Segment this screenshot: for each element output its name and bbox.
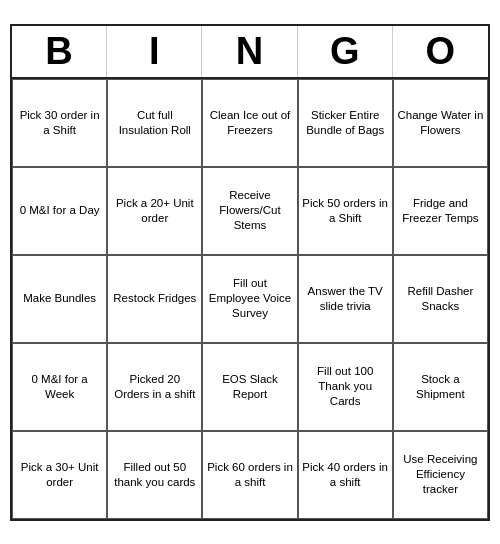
bingo-cell-14: Answer the TV slide trivia [298, 255, 393, 343]
bingo-cell-text-23: Pick 60 orders in a shift [206, 460, 293, 490]
bingo-cell-10: Fridge and Freezer Temps [393, 167, 488, 255]
bingo-cell-text-6: 0 M&I for a Day [20, 203, 100, 218]
bingo-cell-1: Pick 30 order in a Shift [12, 79, 107, 167]
bingo-cell-text-4: Sticker Entire Bundle of Bags [302, 108, 389, 138]
bingo-cell-22: Filled out 50 thank you cards [107, 431, 202, 519]
bingo-cell-4: Sticker Entire Bundle of Bags [298, 79, 393, 167]
bingo-cell-text-9: Pick 50 orders in a Shift [302, 196, 389, 226]
bingo-cell-6: 0 M&I for a Day [12, 167, 107, 255]
bingo-cell-7: Pick a 20+ Unit order [107, 167, 202, 255]
bingo-letter-i: I [107, 26, 202, 77]
bingo-cell-17: Picked 20 Orders in a shift [107, 343, 202, 431]
bingo-cell-text-2: Cut full Insulation Roll [111, 108, 198, 138]
bingo-letter-o: O [393, 26, 488, 77]
bingo-cell-text-1: Pick 30 order in a Shift [16, 108, 103, 138]
bingo-cell-13: Fill out Employee Voice Survey [202, 255, 297, 343]
bingo-cell-3: Clean Ice out of Freezers [202, 79, 297, 167]
bingo-cell-16: 0 M&I for a Week [12, 343, 107, 431]
bingo-cell-text-15: Refill Dasher Snacks [397, 284, 484, 314]
bingo-cell-12: Restock Fridges [107, 255, 202, 343]
bingo-cell-23: Pick 60 orders in a shift [202, 431, 297, 519]
bingo-grid: Pick 30 order in a ShiftCut full Insulat… [12, 79, 488, 519]
bingo-cell-20: Stock a Shipment [393, 343, 488, 431]
bingo-cell-text-14: Answer the TV slide trivia [302, 284, 389, 314]
bingo-cell-text-3: Clean Ice out of Freezers [206, 108, 293, 138]
bingo-letter-n: N [202, 26, 297, 77]
bingo-cell-text-12: Restock Fridges [113, 291, 196, 306]
bingo-cell-21: Pick a 30+ Unit order [12, 431, 107, 519]
bingo-cell-text-7: Pick a 20+ Unit order [111, 196, 198, 226]
bingo-cell-text-20: Stock a Shipment [397, 372, 484, 402]
bingo-cell-text-17: Picked 20 Orders in a shift [111, 372, 198, 402]
bingo-cell-15: Refill Dasher Snacks [393, 255, 488, 343]
bingo-cell-text-25: Use Receiving Efficiency tracker [397, 452, 484, 497]
bingo-cell-text-11: Make Bundles [23, 291, 96, 306]
bingo-letter-g: G [298, 26, 393, 77]
bingo-header: BINGO [12, 26, 488, 79]
bingo-cell-11: Make Bundles [12, 255, 107, 343]
bingo-cell-2: Cut full Insulation Roll [107, 79, 202, 167]
bingo-cell-text-19: Fill out 100 Thank you Cards [302, 364, 389, 409]
bingo-cell-9: Pick 50 orders in a Shift [298, 167, 393, 255]
bingo-cell-8: Receive Flowers/Cut Stems [202, 167, 297, 255]
bingo-cell-24: Pick 40 orders in a shift [298, 431, 393, 519]
bingo-cell-text-5: Change Water in Flowers [397, 108, 484, 138]
bingo-cell-25: Use Receiving Efficiency tracker [393, 431, 488, 519]
bingo-cell-text-8: Receive Flowers/Cut Stems [206, 188, 293, 233]
bingo-cell-text-22: Filled out 50 thank you cards [111, 460, 198, 490]
bingo-cell-text-21: Pick a 30+ Unit order [16, 460, 103, 490]
bingo-cell-text-10: Fridge and Freezer Temps [397, 196, 484, 226]
bingo-card: BINGO Pick 30 order in a ShiftCut full I… [10, 24, 490, 521]
bingo-cell-text-18: EOS Slack Report [206, 372, 293, 402]
bingo-cell-text-24: Pick 40 orders in a shift [302, 460, 389, 490]
bingo-letter-b: B [12, 26, 107, 77]
bingo-cell-19: Fill out 100 Thank you Cards [298, 343, 393, 431]
bingo-cell-text-13: Fill out Employee Voice Survey [206, 276, 293, 321]
bingo-cell-text-16: 0 M&I for a Week [16, 372, 103, 402]
bingo-cell-5: Change Water in Flowers [393, 79, 488, 167]
bingo-cell-18: EOS Slack Report [202, 343, 297, 431]
